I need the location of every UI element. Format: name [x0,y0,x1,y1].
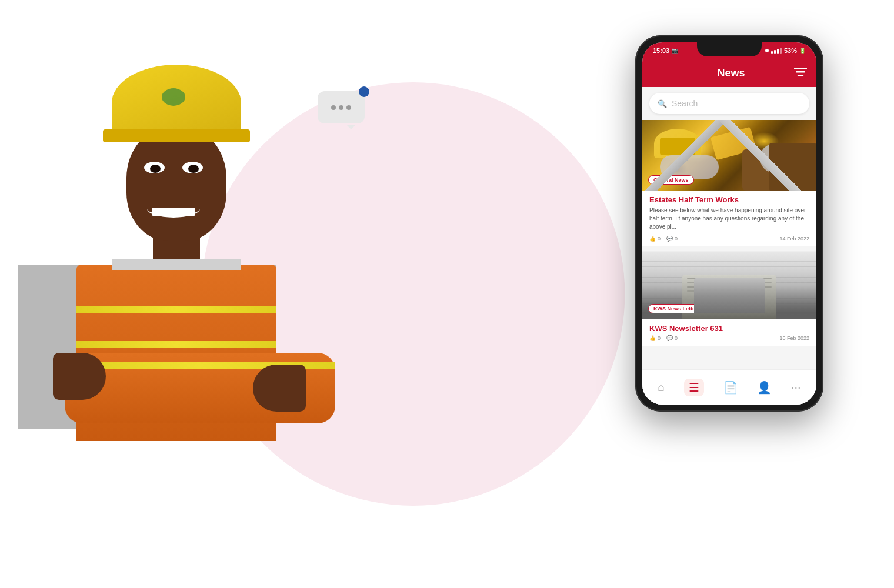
phone-notch [697,42,762,56]
comment-icon: 💬 [666,236,673,242]
bottom-nav: ⌂ ☰ 📄 👤 ··· [642,369,816,405]
filter-icon[interactable] [794,67,807,79]
news-meta-1: 👍 0 💬 0 14 Feb 2022 [649,236,809,242]
time-display: 15:03 [653,47,669,54]
svg-rect-1 [796,71,805,73]
news-icon: ☰ [689,381,699,394]
news-engagement-2: 👍 0 💬 0 [649,335,678,341]
comments-count-1: 💬 0 [666,236,678,242]
category-badge-2: KWS News Letter [648,304,703,313]
chat-notification-dot [359,86,369,97]
comment-icon-2: 💬 [666,335,673,341]
home-icon: ⌂ [658,380,665,394]
camera-icon: 📷 [672,48,678,54]
nav-profile[interactable]: 👤 [751,378,778,397]
phone-screen: 15:03 📷 53% 🔋 New [642,42,816,405]
notification-dot [765,49,769,52]
search-bar[interactable]: 🔍 Search [649,93,809,114]
phone-frame: 15:03 📷 53% 🔋 New [635,35,823,412]
svg-rect-2 [798,75,803,76]
category-badge-1: General News [648,175,694,185]
chat-dot-3 [346,105,351,110]
chat-dot-2 [339,105,343,110]
signal-strength [771,48,782,54]
chat-bubble [318,91,365,123]
news-engagement-1: 👍 0 💬 0 [649,236,678,242]
likes-count-2: 👍 0 [649,335,661,341]
nav-news[interactable]: ☰ [678,376,710,399]
app-title: News [668,67,794,79]
news-content-1: Estates Half Term Works Please see below… [642,191,816,246]
news-card-2[interactable]: KWS News Letter KWS Newsletter 631 👍 0 [642,252,816,346]
search-icon: 🔍 [658,99,667,108]
news-card-1[interactable]: General News Estates Half Term Works Ple… [642,120,816,246]
like-icon-2: 👍 [649,335,656,341]
status-time: 15:03 📷 [653,47,678,54]
likes-count-1: 👍 0 [649,236,661,242]
news-meta-2: 👍 0 💬 0 10 Feb 2022 [649,335,809,341]
news-date-2: 10 Feb 2022 [779,335,809,341]
nav-documents[interactable]: 📄 [718,378,744,397]
news-title-1: Estates Half Term Works [649,195,809,204]
chat-dot-1 [331,105,336,110]
news-title-2: KWS Newsletter 631 [649,324,809,333]
comments-count-2: 💬 0 [666,335,678,341]
battery-display: 53% [784,47,797,54]
documents-icon: 📄 [723,380,738,395]
nav-more[interactable]: ··· [785,378,807,396]
search-placeholder: Search [672,99,698,108]
phone-mockup: 15:03 📷 53% 🔋 New [635,35,823,412]
nav-home[interactable]: ⌂ [652,378,670,396]
svg-rect-0 [794,68,807,69]
news-feed: General News Estates Half Term Works Ple… [642,120,816,386]
like-icon: 👍 [649,236,656,242]
news-nav-active-bg: ☰ [684,379,704,396]
news-excerpt-1: Please see below what we have happening … [649,206,809,231]
profile-icon: 👤 [757,380,772,395]
news-image-newspaper: KWS News Letter [642,252,816,319]
news-date-1: 14 Feb 2022 [779,236,809,242]
status-indicators: 53% 🔋 [765,47,806,54]
news-content-2: KWS Newsletter 631 👍 0 💬 0 [642,319,816,346]
battery-icon: 🔋 [799,48,806,54]
app-header: News [642,59,816,87]
more-icon: ··· [791,380,801,394]
news-image-construction: General News [642,120,816,191]
